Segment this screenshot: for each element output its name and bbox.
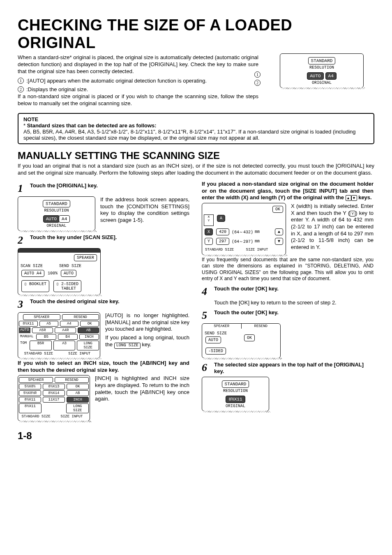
a4-key[interactable]: A4 [325, 72, 337, 80]
s3-ab[interactable]: AB [78, 327, 99, 333]
step-3-text-2b: key. [141, 341, 152, 348]
step-3-text-1: [AUTO] is no longer highlighted. [MANUAL… [105, 312, 189, 333]
s3i-5[interactable]: 8½X11 [19, 397, 41, 403]
s3-a5r[interactable]: A5R [32, 327, 53, 333]
s5-speaker[interactable]: SPEAKER [202, 324, 242, 329]
s3-b4[interactable]: B4 [58, 334, 78, 340]
s1-a4-key[interactable]: A4 [59, 215, 70, 223]
s2-pct-label: 100% [48, 271, 58, 276]
note-body: A5, B5, B5R, A4, A4R, B4, A3, 5-1/2"x8-1… [23, 129, 369, 141]
s2-auto-r-key[interactable]: AUTO [61, 270, 76, 277]
pointer-2: 2 [254, 80, 261, 86]
s3i-1[interactable]: 5½X8½ [19, 384, 41, 389]
step-5-number: 5 [202, 309, 211, 322]
step-3-panel-ab: SPEAKERRESEND 8½X11A5A4OK AUTOA5RA4RAB M… [18, 312, 100, 358]
s3i-si-tab[interactable]: SIZE INPUT [55, 414, 89, 419]
y-key-icon: Y [350, 211, 355, 216]
step-4-text: Touch the [OK] key to return to the scre… [214, 299, 374, 306]
page-number: 1-8 [18, 430, 374, 442]
s3-auto: AUTO [19, 327, 30, 333]
s3i-long[interactable]: LONG SIZE [66, 403, 89, 413]
s3i-6[interactable]: 11X17 [43, 397, 65, 403]
note-box: NOTE * Standard sizes that can be detect… [18, 113, 374, 144]
s3i-4[interactable]: 8½X14 [43, 390, 65, 396]
step-2-number: 2 [18, 234, 27, 246]
standard-key[interactable]: STANDARD [308, 57, 336, 64]
auto-key[interactable]: AUTO [307, 72, 323, 80]
step-2-heading: Touch the key under [SCAN SIZE]. [30, 234, 189, 241]
s6-size[interactable]: 8½X11 [226, 396, 245, 403]
s5-auto[interactable]: AUTO [205, 336, 221, 343]
si-down[interactable]: ▼ [275, 238, 283, 245]
step-3-panel-inch: SPEAKERRESEND 5½X8½8½X13OK 5½X8½R8½X14AB… [18, 375, 90, 421]
s3i-ab[interactable]: AB [67, 390, 89, 396]
s2-booklet-key[interactable]: ▯ BOOKLET [21, 280, 49, 292]
s3-b5[interactable]: B5 [36, 334, 56, 340]
s3-a4[interactable]: A4 [60, 321, 79, 327]
intro-paragraph: When a standard-size* original is placed… [18, 54, 258, 75]
s3-speaker[interactable]: SPEAKER [23, 314, 60, 320]
step-1-text: If the address book screen appears, touc… [100, 196, 189, 224]
s5-sided[interactable]: -SIDED [205, 348, 226, 355]
size-input-panel: OK XY A X 420 (64～432)mm ▲ Y 297 (64～29 [202, 203, 286, 255]
step-5-panel: SPEAKERRESEND SEND SIZEAUTO OK -SIDED [202, 323, 281, 358]
si-up[interactable]: ▲ [275, 228, 283, 235]
si-std-tab[interactable]: STANDARD SIZE [204, 247, 243, 252]
s3-resend[interactable]: RESEND [62, 314, 99, 320]
s2-send-label: SEND SIZE [59, 264, 81, 268]
s3-long[interactable]: LONG SIZE [77, 341, 99, 350]
s3i-std-tab[interactable]: STANDARD SIZE [19, 414, 53, 419]
step-6-number: 6 [202, 362, 211, 374]
section-heading: MANUALLY SETTING THE SCANNING SIZE [18, 150, 374, 161]
s3i-ok[interactable]: OK [67, 384, 89, 389]
si-x-key[interactable]: X [205, 228, 213, 235]
s3-sizeinput-tab[interactable]: SIZE INPUT [60, 351, 99, 356]
si-yrange: (64～297) [232, 239, 253, 244]
s3i-7[interactable]: 8½X11 [19, 403, 42, 413]
s6-standard[interactable]: STANDARD [222, 380, 249, 388]
resolution-label: RESOLUTION [283, 65, 361, 70]
s3-a3[interactable]: A3 [53, 341, 76, 350]
s1-original-label: ORIGINAL [21, 223, 92, 228]
s2-auto-key[interactable]: AUTO A4 [21, 270, 44, 277]
intro-paragraph-2: If a non-standard size original is place… [18, 93, 258, 107]
step-1-heading: Touch the [ORIGINAL] key. [30, 182, 189, 189]
s3-k1[interactable]: 8½X11 [19, 321, 38, 327]
step-4-number: 4 [202, 286, 211, 298]
si-ok[interactable]: OK [272, 206, 283, 213]
step-3-number: 3 [18, 298, 27, 311]
s3i-3[interactable]: 5½X8½R [19, 390, 41, 396]
note-title: Standard sizes that can be detected are … [27, 122, 157, 129]
s3-stdsize-tab[interactable]: STANDARD SIZE [19, 351, 58, 356]
s5-resend[interactable]: RESEND [242, 324, 281, 329]
s3-ok[interactable]: OK [80, 321, 99, 327]
s3-manual: MANUAL [19, 334, 35, 340]
s3-a4r[interactable]: A4R [55, 327, 76, 333]
si-ymm: mm [255, 239, 260, 244]
size-input-freq: If you frequently send documents that ar… [202, 257, 374, 282]
s3i-2[interactable]: 8½X13 [43, 384, 65, 389]
s2-speaker-key[interactable]: SPEAKER [74, 254, 97, 261]
up-icon: ▲ [346, 195, 351, 201]
s1-auto-key[interactable]: AUTO [43, 215, 60, 223]
down-icon: ▼ [351, 195, 357, 201]
callout-1: 1 [18, 78, 24, 84]
original-label: ORIGINAL [283, 81, 361, 85]
step-5-heading: Touch the outer [OK] key. [214, 309, 374, 316]
si-y-key[interactable]: Y [205, 238, 213, 245]
si-si-tab[interactable]: SIZE INPUT [245, 247, 284, 252]
step-6-panel: STANDARD RESOLUTION 8½X11 ORIGINAL [202, 377, 269, 411]
s5-send-label: SEND SIZE [205, 331, 227, 336]
s3-b5r[interactable]: B5R [30, 341, 52, 350]
s3i-resend[interactable]: RESEND [55, 377, 89, 383]
s3i-speaker[interactable]: SPEAKER [19, 377, 53, 383]
s2-sided-key[interactable]: ▯ 2-SIDED TABLET [53, 280, 81, 292]
section-intro: If you load an original that is not a st… [18, 163, 374, 177]
s6-res: RESOLUTION [205, 389, 266, 393]
s1-standard-key[interactable]: STANDARD [43, 200, 70, 207]
s5-ok[interactable]: OK [244, 334, 255, 341]
s3i-inch[interactable]: INCH [67, 397, 89, 403]
s3-inch[interactable]: INCH [79, 334, 99, 340]
s3-a5[interactable]: A5 [39, 321, 58, 327]
si-y-val: 297 [216, 238, 229, 245]
